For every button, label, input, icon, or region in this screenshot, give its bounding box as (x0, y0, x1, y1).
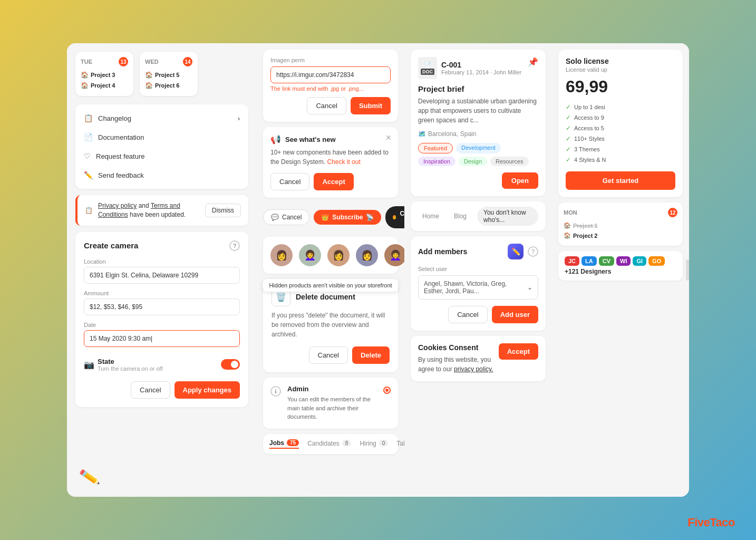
nav-section: 📋 Changelog › 📄 Documentation ♡ Request … (75, 104, 248, 189)
doc-body: Developing a sustainable urban gardening… (418, 97, 538, 125)
location-input[interactable] (84, 267, 240, 284)
whats-new-cancel-button[interactable]: Cancel (270, 173, 309, 190)
privacy-policy-link[interactable]: Privacy policy (98, 202, 137, 209)
dismiss-button[interactable]: Dismiss (205, 204, 241, 217)
cal-day-name-wed: WED (145, 59, 159, 65)
tab-candidates[interactable]: Candidates 8 (307, 440, 351, 448)
image-url-card: Imagen perm The link must end with .jpg … (263, 50, 398, 122)
license-title: Solo license (566, 57, 675, 65)
doc-id: C-001 (441, 61, 521, 69)
avatar-2[interactable]: 👩‍🦱 (298, 243, 322, 267)
avatar-3[interactable]: 👩 (326, 243, 351, 267)
tag-development[interactable]: Development (456, 143, 501, 153)
designer-badge-cv[interactable]: CV (599, 256, 614, 266)
designer-badge-jc[interactable]: JC (565, 256, 579, 266)
avatar-tooltip: Hidden products aren't visible on your s… (263, 279, 398, 292)
nav-item-changelog[interactable]: 📋 Changelog › (75, 109, 248, 128)
mini-project-icon-1: 🏠 (564, 222, 571, 229)
document-card: 📄 DOC C-001 February 11, 2014 · John Mil… (411, 50, 546, 196)
column-3: 📄 DOC C-001 February 11, 2014 · John Mil… (404, 43, 552, 497)
license-subtitle: License valid up (566, 66, 675, 73)
tab-blog[interactable]: Blog (450, 210, 471, 222)
tab-jobs[interactable]: Jobs 75 (269, 439, 299, 449)
edit-members-button[interactable]: ✏️ (508, 244, 524, 259)
subscribe-button[interactable]: 👑 Subscribe 📡 (314, 210, 381, 225)
cal-project-5[interactable]: 🏠 Project 5 (145, 70, 192, 80)
tag-resources[interactable]: Resources (490, 157, 529, 166)
bottom-tabs: Jobs 75 Candidates 8 Hiring 0 Talent 6 R… (263, 434, 398, 454)
project-icon: 🏠 (81, 82, 89, 89)
state-sub: Turn the camera on or off (98, 365, 163, 372)
help-icon[interactable]: ? (229, 240, 240, 251)
nav-item-send-feedback[interactable]: ✏️ Send feedback (75, 166, 248, 185)
designer-badge-la[interactable]: LA (581, 256, 597, 266)
add-user-button[interactable]: Add user (492, 306, 538, 323)
doc-tags: Featured Development Inspiration Design … (418, 143, 538, 166)
create-camera-form: Create camera ? Location Ammount Date 📷 (75, 232, 248, 407)
members-cancel-button[interactable]: Cancel (448, 306, 487, 323)
user-select[interactable]: Angel, Shawn, Victoria, Greg, Esther, Jo… (418, 275, 538, 300)
members-title-text: Add members (418, 247, 467, 256)
cookies-title: Cookies Consent (418, 343, 499, 352)
tab-talent[interactable]: Talent 6 (396, 440, 404, 448)
feature-5: ✓ 3 Themes (566, 144, 675, 155)
apply-changes-button[interactable]: Apply changes (175, 381, 240, 399)
designer-badge-wi[interactable]: WI (616, 256, 631, 266)
get-started-button[interactable]: Get started (566, 171, 675, 190)
check-it-out-link[interactable]: Check it out (327, 158, 360, 166)
date-label: Date (84, 322, 240, 328)
nav-item-request-feature[interactable]: ♡ Request feature (75, 147, 248, 166)
crown-icon: 👑 (321, 214, 329, 221)
feature-1: ✓ Up to 1 desi (566, 102, 675, 112)
pin-icon[interactable]: 📌 (528, 57, 538, 67)
delete-confirm-button[interactable]: Delete (352, 346, 390, 364)
tag-design[interactable]: Design (459, 157, 487, 166)
cancel-outline-button[interactable]: 💬 Cancel (263, 209, 309, 225)
delete-cancel-button[interactable]: Cancel (309, 346, 348, 364)
img-url-cancel-button[interactable]: Cancel (307, 97, 346, 114)
cal-project-6[interactable]: 🏠 Project 6 (145, 80, 192, 91)
nav-label-request: Request feature (96, 152, 145, 160)
branding: FiveTaco (687, 516, 735, 529)
camera-icon: 📷 (84, 360, 94, 370)
location-field: Location (84, 258, 240, 284)
avatar-4[interactable]: 👩 (355, 243, 379, 267)
privacy-policy-cookies-link[interactable]: privacy policy. (454, 365, 493, 373)
cookies-accept-button[interactable]: Accept (499, 343, 538, 360)
admin-card: ℹ Admin You can edit the members of the … (263, 378, 398, 429)
state-toggle[interactable] (221, 359, 240, 370)
date-input[interactable] (84, 330, 240, 347)
documentation-icon: 📄 (84, 133, 93, 141)
delete-body: If you press "delete" the document, it w… (272, 311, 390, 339)
tab-home[interactable]: Home (418, 210, 443, 222)
cal-project-4[interactable]: 🏠 Project 4 (81, 80, 128, 91)
cancel-button[interactable]: Cancel (131, 381, 170, 399)
date-field: Date (84, 322, 240, 347)
contact-button[interactable]: Contact us (385, 206, 404, 228)
img-url-submit-button[interactable]: Submit (351, 97, 391, 114)
open-document-button[interactable]: Open (502, 172, 538, 189)
members-help-icon[interactable]: ? (528, 246, 538, 257)
avatar-5[interactable]: 👩‍🦱 (383, 243, 404, 267)
feature-3: ✓ Access to 5 (566, 123, 675, 133)
img-url-input[interactable] (270, 66, 391, 83)
designer-badge-go[interactable]: GO (648, 256, 665, 266)
tag-inspiration[interactable]: Inspiration (418, 157, 455, 166)
tab-unknown[interactable]: You don't know who's... (477, 207, 538, 226)
cal-project-3[interactable]: 🏠 Project 3 (81, 70, 128, 80)
avatar-1[interactable]: 👩 (269, 243, 294, 267)
doc-file-icon: 📄 DOC (418, 57, 437, 79)
admin-radio[interactable] (383, 387, 391, 394)
whats-new-accept-button[interactable]: Accept (314, 173, 353, 190)
privacy-text: Privacy policy and Terms and Conditions … (98, 201, 200, 219)
pencil-nav-icon: ✏️ (84, 171, 93, 179)
mini-project-1[interactable]: 🏠 Project 1 (564, 220, 677, 230)
tab-hiring[interactable]: Hiring 0 (360, 440, 388, 448)
designer-badge-gi[interactable]: GI (633, 256, 646, 266)
nav-item-documentation[interactable]: 📄 Documentation (75, 128, 248, 147)
nav-label-documentation: Documentation (98, 133, 144, 141)
mini-project-2[interactable]: 🏠 Project 2 (564, 230, 677, 240)
amount-input[interactable] (84, 298, 240, 315)
tag-featured[interactable]: Featured (418, 143, 453, 153)
whats-new-close-button[interactable]: ✕ (385, 133, 392, 142)
